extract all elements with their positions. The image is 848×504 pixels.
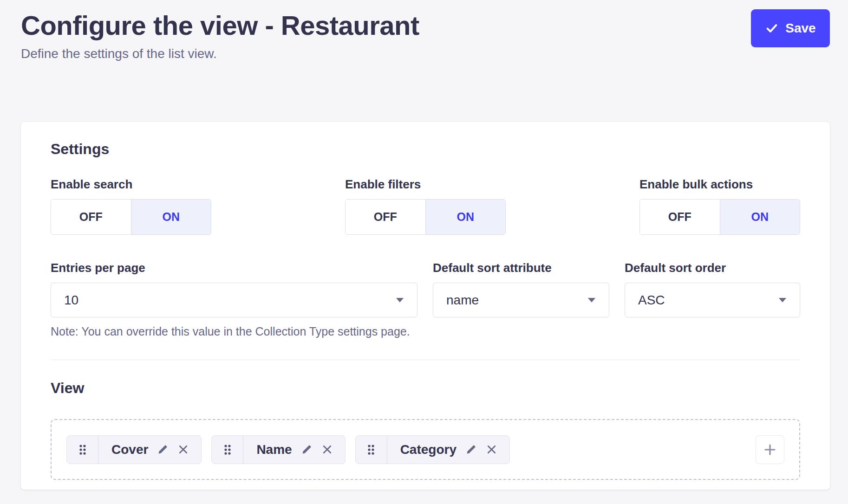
drag-handle-icon[interactable] <box>67 436 98 464</box>
default-sort-order-select[interactable]: ASC <box>625 283 800 317</box>
toggle-off-option[interactable]: OFF <box>346 200 425 234</box>
toggle-on-option[interactable]: ON <box>131 200 211 234</box>
select-value: 10 <box>64 293 78 308</box>
field-label: Enable bulk actions <box>639 177 800 192</box>
edit-field-button[interactable] <box>465 443 477 456</box>
field-label: Enable filters <box>345 177 506 192</box>
plus-icon <box>763 442 777 457</box>
page-title: Configure the view - Restaurant <box>21 9 830 42</box>
field-label: Default sort order <box>625 261 800 275</box>
pencil-icon <box>465 443 477 456</box>
field-enable-bulk-actions: Enable bulk actions OFF ON <box>639 177 800 235</box>
pencil-icon <box>157 443 169 456</box>
check-icon <box>765 21 779 35</box>
field-default-sort-order: Default sort order ASC <box>625 261 800 317</box>
save-button-label: Save <box>785 21 815 36</box>
field-label: Entries per page <box>51 261 417 275</box>
enable-bulk-actions-toggle[interactable]: OFF ON <box>639 199 800 235</box>
field-entries-per-page: Entries per page 10 Note: You can overri… <box>51 261 417 338</box>
selects-row: Entries per page 10 Note: You can overri… <box>51 261 800 338</box>
chevron-down-icon <box>778 297 787 303</box>
entries-note: Note: You can override this value in the… <box>51 325 417 338</box>
field-chip-name[interactable]: Name <box>211 435 345 464</box>
field-enable-search: Enable search OFF ON <box>51 177 211 235</box>
field-chip-label: Name <box>256 442 292 457</box>
field-chip-cover[interactable]: Cover <box>66 435 202 464</box>
field-chip-label: Cover <box>111 442 148 457</box>
settings-card: Settings Enable search OFF ON Enable fil… <box>21 122 830 490</box>
remove-field-button[interactable] <box>321 444 333 455</box>
drag-handle-icon[interactable] <box>212 436 243 464</box>
field-enable-filters: Enable filters OFF ON <box>345 177 506 235</box>
enable-search-toggle[interactable]: OFF ON <box>51 199 211 235</box>
chevron-down-icon <box>587 297 596 303</box>
view-heading: View <box>51 380 800 397</box>
edit-field-button[interactable] <box>300 443 313 456</box>
view-fields-dropzone: Cover Name <box>51 419 800 480</box>
enable-filters-toggle[interactable]: OFF ON <box>345 199 506 235</box>
drag-handle-icon[interactable] <box>356 436 387 464</box>
default-sort-attribute-select[interactable]: name <box>433 283 609 317</box>
close-icon <box>177 444 189 455</box>
entries-per-page-select[interactable]: 10 <box>51 283 417 317</box>
toggle-off-option[interactable]: OFF <box>51 200 131 234</box>
close-icon <box>321 444 333 455</box>
field-label: Enable search <box>51 177 211 192</box>
field-default-sort-attribute: Default sort attribute name <box>433 261 609 317</box>
toggles-row: Enable search OFF ON Enable filters OFF … <box>51 177 800 235</box>
save-button[interactable]: Save <box>751 9 830 47</box>
remove-field-button[interactable] <box>177 444 189 455</box>
field-chip-category[interactable]: Category <box>355 435 510 464</box>
select-value: name <box>446 293 479 308</box>
field-chip-label: Category <box>400 442 457 457</box>
close-icon <box>486 444 497 455</box>
pencil-icon <box>300 443 313 456</box>
field-label: Default sort attribute <box>433 261 609 275</box>
chevron-down-icon <box>396 297 404 303</box>
edit-field-button[interactable] <box>157 443 169 456</box>
toggle-off-option[interactable]: OFF <box>640 200 720 234</box>
toggle-on-option[interactable]: ON <box>425 200 506 234</box>
page-subtitle: Define the settings of the list view. <box>21 46 830 61</box>
add-field-button[interactable] <box>756 435 784 464</box>
section-divider <box>51 360 800 360</box>
toggle-on-option[interactable]: ON <box>720 200 800 234</box>
settings-heading: Settings <box>51 141 800 158</box>
remove-field-button[interactable] <box>486 444 497 455</box>
page-header: Configure the view - Restaurant Define t… <box>21 0 830 61</box>
select-value: ASC <box>638 293 665 308</box>
